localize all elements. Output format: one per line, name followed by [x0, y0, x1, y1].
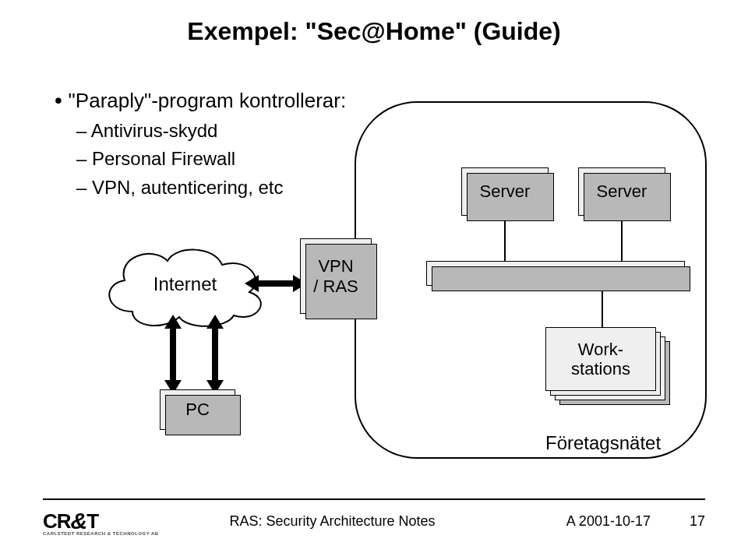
- arrow-pc-cloud-left: [170, 327, 176, 382]
- connector-server2: [621, 220, 623, 262]
- logo: CR & T: [43, 508, 98, 534]
- connector-server1: [504, 220, 506, 262]
- workstations-label: Work- stations: [546, 328, 655, 390]
- footer-center: RAS: Security Architecture Notes: [229, 513, 435, 530]
- server-2-label: Server: [579, 168, 665, 215]
- logo-subtext: CARLSTEDT RESEARCH & TECHNOLOGY AB: [43, 531, 159, 536]
- arrow-cloud-vpn: [257, 280, 295, 287]
- workstations-stack: Work- stations: [545, 327, 654, 389]
- footer: CR & T RAS: Security Architecture Notes …: [0, 508, 748, 534]
- arrow-pc-cloud-right: [212, 327, 218, 382]
- vpn-ras-label: VPN / RAS: [301, 239, 371, 313]
- ras-text: / RAS: [313, 276, 358, 296]
- server-1-label: Server: [462, 168, 548, 215]
- vpn-text: VPN: [313, 256, 358, 276]
- vpn-ras-box: VPN / RAS: [300, 238, 372, 314]
- bullet-level2-vpn: VPN, autenticering, etc: [76, 175, 346, 200]
- workstation-layer1: Work- stations: [545, 327, 656, 391]
- slide-title: Exempel: "Sec@Home" (Guide): [0, 17, 748, 46]
- ampersand-icon: &: [71, 508, 87, 534]
- footer-divider: [43, 498, 705, 500]
- connector-workstations: [602, 291, 603, 332]
- page-number: 17: [690, 513, 705, 529]
- bullet-level1: "Paraply"-program kontrollerar:: [55, 86, 346, 115]
- server-box-1: Server: [461, 167, 549, 216]
- lan-bar: [426, 261, 685, 286]
- enterprise-label: Företagsnätet: [545, 432, 661, 454]
- pc-box: PC: [160, 389, 235, 430]
- bullet-list: "Paraply"-program kontrollerar: Antiviru…: [55, 86, 346, 200]
- server-box-2: Server: [578, 167, 665, 216]
- bullet-level2-firewall: Personal Firewall: [76, 146, 346, 171]
- pc-label: PC: [161, 390, 235, 429]
- bullet-level2-antivirus: Antivirus-skydd: [76, 118, 346, 143]
- footer-right: A 2001-10-17 17: [566, 513, 705, 530]
